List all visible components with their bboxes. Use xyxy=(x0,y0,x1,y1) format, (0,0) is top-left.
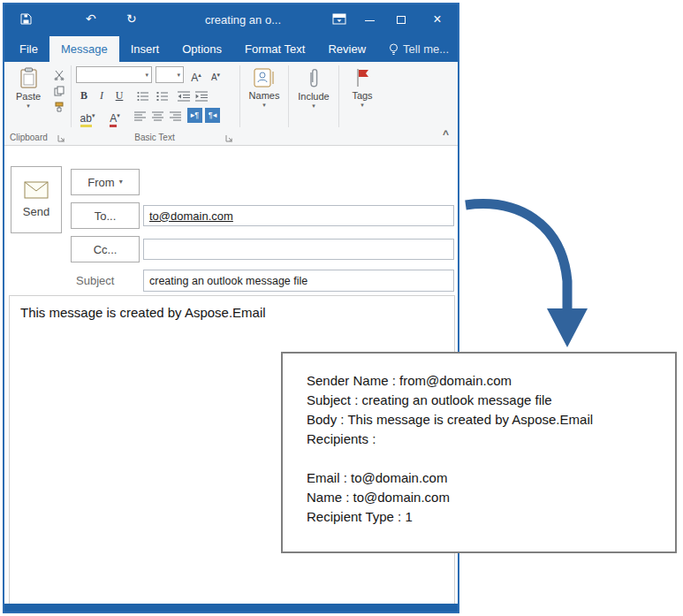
to-label: To... xyxy=(95,209,117,223)
redo-icon[interactable]: ↻ xyxy=(126,12,137,25)
tab-file[interactable]: File xyxy=(8,36,49,62)
window-title: creating an o... xyxy=(168,4,318,36)
font-color-caret-icon: ▾ xyxy=(117,112,120,118)
paste-dropdown-caret-icon: ▾ xyxy=(27,103,30,109)
info-line-email: Email : to@domain.com xyxy=(307,468,666,488)
ribbon: Paste ▾ Clipboard ▾ xyxy=(4,62,458,146)
collapse-ribbon-button[interactable]: ^ xyxy=(443,128,449,141)
address-book-icon xyxy=(253,67,276,88)
tab-tell-me[interactable]: Tell me... xyxy=(377,36,460,62)
cc-button[interactable]: Cc... xyxy=(71,236,140,262)
minimize-button[interactable] xyxy=(360,11,380,29)
subject-value: creating an outlook message file xyxy=(149,275,307,287)
group-divider xyxy=(239,65,240,127)
to-button[interactable]: To... xyxy=(71,202,140,229)
tab-message[interactable]: Message xyxy=(49,36,119,62)
increase-indent-button[interactable] xyxy=(193,88,210,103)
info-line-body: Body : This message is created by Aspose… xyxy=(307,410,666,430)
info-line-name: Name : to@domain.com xyxy=(307,488,666,507)
underline-button[interactable]: U xyxy=(111,87,127,103)
grow-font-button[interactable]: A▴ xyxy=(188,67,204,83)
tab-options[interactable]: Options xyxy=(171,36,233,62)
cc-field[interactable] xyxy=(143,239,454,260)
group-divider xyxy=(288,65,289,127)
names-button[interactable]: Names ▾ xyxy=(243,65,285,108)
highlight-icon: ab xyxy=(80,112,92,127)
decrease-indent-button[interactable] xyxy=(175,88,193,103)
screenshot-canvas: ↶ ↻ creating an o... × File Message Inse… xyxy=(0,0,683,616)
tell-me-bulb-icon xyxy=(389,43,398,56)
tell-me-label: Tell me... xyxy=(403,36,449,62)
paste-button[interactable]: Paste ▾ xyxy=(8,65,49,109)
paste-label: Paste xyxy=(16,91,41,102)
include-dropdown-caret-icon: ▾ xyxy=(312,103,315,109)
rtl-direction-button[interactable]: ¶◂ xyxy=(205,108,220,123)
minimize-icon xyxy=(365,20,375,21)
info-line-recipients: Recipients : xyxy=(307,430,666,449)
highlight-caret-icon: ▾ xyxy=(92,112,95,118)
include-button[interactable]: Include ▾ xyxy=(292,65,336,109)
text-highlight-button[interactable]: ab▾ xyxy=(76,108,99,124)
tab-format-text[interactable]: Format Text xyxy=(233,36,316,62)
copy-button[interactable] xyxy=(50,83,68,98)
info-line-recipient-type: Recipient Type : 1 xyxy=(307,507,666,527)
ribbon-display-options-icon[interactable] xyxy=(332,13,346,25)
send-button[interactable]: Send xyxy=(11,166,62,233)
numbered-list-button[interactable] xyxy=(154,88,171,103)
info-line-subject: Subject : creating an outlook message fi… xyxy=(307,391,666,410)
shrink-font-button[interactable]: A▾ xyxy=(208,67,224,83)
ribbon-tabs: File Message Insert Options Format Text … xyxy=(4,36,458,62)
flag-icon xyxy=(354,67,370,88)
align-center-button[interactable] xyxy=(148,109,166,124)
font-family-select[interactable]: ▾ xyxy=(76,66,152,83)
undo-icon[interactable]: ↶ xyxy=(86,12,96,25)
paperclip-icon xyxy=(307,67,320,89)
shrink-font-icon: A xyxy=(211,72,217,82)
to-field[interactable]: to@domain.com xyxy=(143,205,454,226)
basic-text-dialog-launcher-icon[interactable] xyxy=(225,134,233,142)
bullet-list-button[interactable] xyxy=(134,88,152,103)
close-button[interactable]: × xyxy=(428,11,447,28)
clipboard-dialog-launcher-icon[interactable] xyxy=(57,134,65,142)
tags-button[interactable]: Tags ▾ xyxy=(342,65,383,108)
info-line-blank xyxy=(307,449,666,468)
font-family-caret-icon: ▾ xyxy=(145,72,148,78)
tab-insert[interactable]: Insert xyxy=(119,36,171,62)
italic-button[interactable]: I xyxy=(94,87,110,103)
window-bottom-strip xyxy=(4,604,458,612)
cc-label: Cc... xyxy=(94,243,118,256)
paste-clipboard-icon xyxy=(19,67,38,89)
grow-caret-icon: ▴ xyxy=(198,72,201,78)
save-icon[interactable] xyxy=(20,13,32,25)
from-label: From xyxy=(87,176,114,189)
from-caret-icon: ▾ xyxy=(119,179,123,185)
from-button[interactable]: From ▾ xyxy=(71,169,140,195)
send-envelope-icon xyxy=(24,181,49,199)
subject-label: Subject xyxy=(76,274,114,287)
maximize-button[interactable] xyxy=(392,11,412,29)
title-bar: ↶ ↻ creating an o... × xyxy=(4,4,458,36)
maximize-icon xyxy=(397,16,406,24)
group-divider xyxy=(338,65,339,127)
subject-field[interactable]: creating an outlook message file xyxy=(143,270,454,292)
group-divider xyxy=(71,65,72,127)
info-line-sender: Sender Name : from@domain.com xyxy=(307,371,666,391)
names-label: Names xyxy=(249,90,280,101)
tags-label: Tags xyxy=(352,90,372,101)
font-size-select[interactable]: ▾ xyxy=(156,66,184,83)
ltr-direction-button[interactable]: ▸¶ xyxy=(187,108,202,123)
to-recipient-value[interactable]: to@domain.com xyxy=(149,209,233,223)
tab-review[interactable]: Review xyxy=(316,36,377,62)
clipboard-group-label: Clipboard xyxy=(10,133,48,142)
include-label: Include xyxy=(298,91,329,102)
format-painter-button[interactable] xyxy=(50,99,68,114)
align-right-button[interactable] xyxy=(166,109,184,124)
align-left-button[interactable] xyxy=(131,109,148,124)
cut-button[interactable] xyxy=(50,67,68,82)
font-color-button[interactable]: A▾ xyxy=(104,108,125,124)
bold-button[interactable]: B xyxy=(76,87,92,103)
output-info-box: Sender Name : from@domain.com Subject : … xyxy=(281,352,677,553)
message-body-text: This message is created by Aspose.Email xyxy=(20,305,266,320)
tags-dropdown-caret-icon: ▾ xyxy=(360,103,364,108)
font-size-caret-icon: ▾ xyxy=(177,72,180,78)
